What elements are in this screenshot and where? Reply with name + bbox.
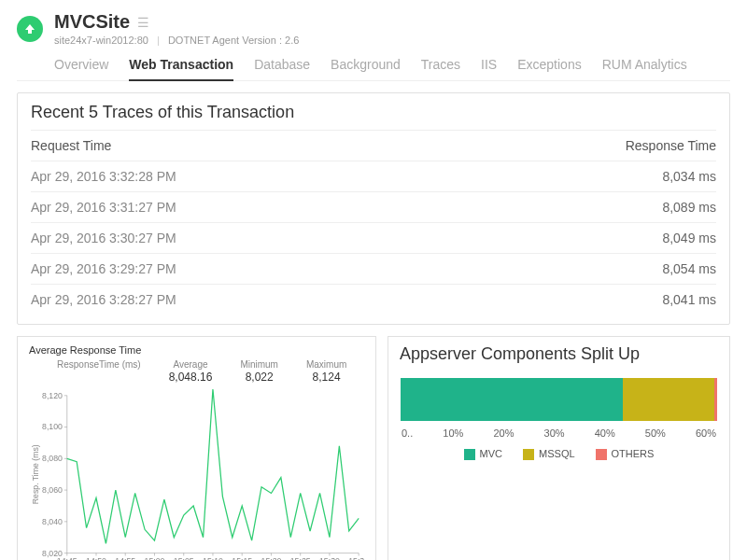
svg-text:8,040: 8,040 [42,517,63,526]
svg-text:15:35: 15:35 [348,556,364,560]
avg-stats: ResponseTime (ms) Average8,048.16 Minimu… [57,359,364,384]
svg-text:15:20: 15:20 [261,556,282,560]
traces-card: Recent 5 Traces of this Transaction Requ… [17,92,730,325]
traces-header-row: Request Time Response Time [31,130,716,161]
agent-label: DOTNET Agent Version : 2.6 [168,35,299,46]
svg-text:8,100: 8,100 [42,422,63,431]
stacked-bar-axis: 0.. 10% 20% 30% 40% 50% 60% [400,427,718,439]
table-row[interactable]: Apr 29, 2016 3:30:27 PM 8,049 ms [31,222,716,253]
tab-background[interactable]: Background [331,51,401,80]
split-title: Appserver Components Split Up [400,344,718,364]
col-request: Request Time [31,138,111,153]
svg-text:15:10: 15:10 [203,556,223,560]
svg-text:15:00: 15:00 [145,556,165,560]
arrow-up-icon [23,22,36,35]
traces-title: Recent 5 Traces of this Transaction [31,103,716,122]
bar-segment-mssql [623,378,714,421]
svg-text:8,080: 8,080 [42,454,63,463]
bar-segment-mvc [401,378,623,421]
table-row[interactable]: Apr 29, 2016 3:29:27 PM 8,054 ms [31,253,716,284]
tab-rum[interactable]: RUM Analytics [602,51,687,80]
svg-text:14:50: 14:50 [86,556,106,560]
svg-text:15:15: 15:15 [232,556,252,560]
split-card: Appserver Components Split Up 0.. 10% 20… [388,336,730,560]
tab-iis[interactable]: IIS [481,51,497,80]
table-row[interactable]: Apr 29, 2016 3:32:28 PM 8,034 ms [31,161,716,191]
avg-title: Average Response Time [29,344,364,356]
col-response: Response Time [626,138,716,153]
svg-text:8,120: 8,120 [42,391,63,400]
legend: MVC MSSQL OTHERS [400,448,718,460]
legend-mvc: MVC [464,448,502,460]
svg-text:14:55: 14:55 [115,556,135,560]
table-row[interactable]: Apr 29, 2016 3:31:27 PM 8,089 ms [31,191,716,222]
svg-text:15:25: 15:25 [290,556,311,560]
tab-bar: Overview Web Transaction Database Backgr… [17,51,730,81]
svg-text:14:45: 14:45 [57,556,78,560]
table-row[interactable]: Apr 29, 2016 3:28:27 PM 8,041 ms [31,284,716,315]
bar-segment-others [714,378,717,421]
svg-text:Resp. Time (ms): Resp. Time (ms) [31,444,40,504]
status-up-icon [17,16,43,42]
line-chart: 8,0208,0408,0608,0808,1008,12014:4514:50… [29,387,364,560]
subtitle: site24x7-win2012:80 | DOTNET Agent Versi… [54,35,299,46]
legend-others: OTHERS [596,448,655,460]
tab-traces[interactable]: Traces [421,51,460,80]
legend-mssql: MSSQL [523,448,575,460]
page-title: MVCSite [54,11,130,33]
avg-response-card: Average Response Time ResponseTime (ms) … [17,336,376,560]
svg-text:8,060: 8,060 [42,485,63,495]
tab-overview[interactable]: Overview [54,51,108,80]
tab-database[interactable]: Database [254,51,310,80]
menu-icon[interactable]: ☰ [137,15,149,30]
tab-exceptions[interactable]: Exceptions [517,51,581,80]
host-label: site24x7-win2012:80 [54,35,148,46]
svg-text:15:30: 15:30 [319,556,340,560]
stacked-bar [400,377,718,422]
svg-text:15:05: 15:05 [174,556,194,560]
tab-web-transaction[interactable]: Web Transaction [129,51,233,81]
header: MVCSite ☰ site24x7-win2012:80 | DOTNET A… [17,11,730,46]
